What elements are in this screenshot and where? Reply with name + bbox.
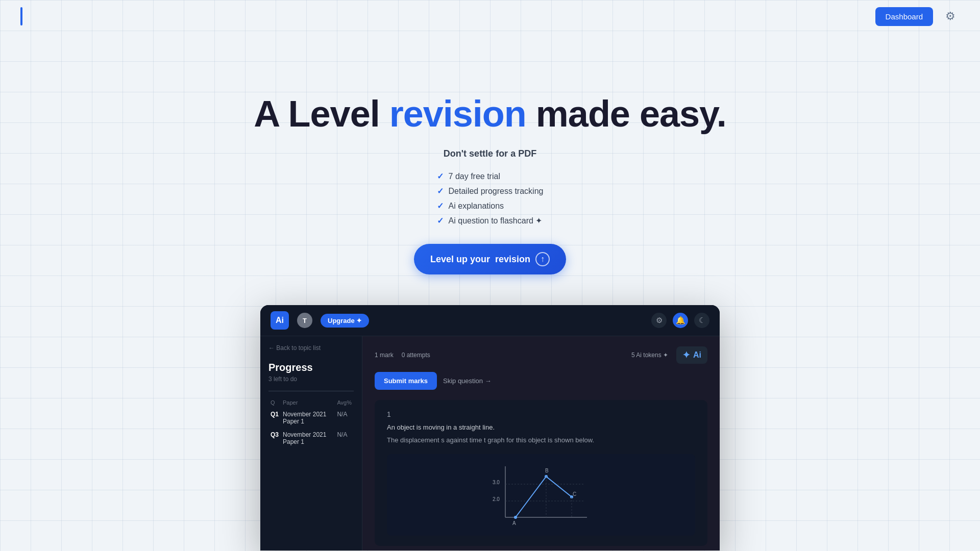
app-avatar: T (297, 313, 312, 328)
action-row: Submit marks Skip question → (375, 372, 707, 390)
progress-title: Progress (268, 362, 354, 373)
feature-item-1: ✓ 7 day free trial (437, 171, 500, 181)
app-main: 1 mark 0 attempts 5 Ai tokens ✦ ✦ Ai Sub… (362, 336, 720, 550)
graph-area: 3.0 2.0 A B (387, 454, 695, 536)
cta-text-prefix: Level up your (430, 254, 490, 265)
feature-item-4: ✓ Ai question to flashcard ✦ (437, 216, 543, 226)
col-header-q: Q (268, 397, 281, 408)
row1-q: Q1 (268, 408, 281, 428)
feature-item-2: ✓ Detailed progress tracking (437, 186, 544, 196)
app-theme-icon[interactable]: ☾ (694, 313, 709, 328)
table-row: Q1 November 2021 Paper 1 N/A (268, 408, 354, 428)
svg-point-6 (514, 516, 517, 519)
cta-text-bold: revision (495, 254, 530, 265)
submit-marks-button[interactable]: Submit marks (375, 372, 437, 390)
svg-text:C: C (573, 491, 576, 497)
app-topbar-left: Ai T Upgrade ✦ (271, 311, 369, 330)
hero-title-prefix: A Level (254, 93, 389, 134)
hero-subtitle: Don't settle for a PDF (444, 148, 536, 159)
settings-icon-button[interactable]: ⚙ (941, 7, 960, 26)
attempts-text: 0 attempts (402, 352, 430, 359)
upgrade-badge[interactable]: Upgrade ✦ (321, 314, 369, 328)
row2-q: Q3 (268, 428, 281, 448)
hero-title-highlight: revision (389, 93, 526, 134)
sparkle-icon: ✦ (682, 349, 690, 361)
settings-icon: ⚙ (945, 10, 955, 23)
ai-badge[interactable]: ✦ Ai (676, 346, 707, 364)
logo (20, 7, 22, 26)
row2-paper: November 2021 Paper 1 (281, 428, 335, 448)
hero-title-suffix: made easy. (526, 93, 726, 134)
svg-text:2.0: 2.0 (493, 496, 500, 502)
check-icon-2: ✓ (437, 186, 444, 196)
app-body: ← Back to topic list Progress 3 left to … (260, 336, 720, 550)
feature-text-3: Ai explanations (449, 202, 504, 211)
question-body: 1 An object is moving in a straight line… (375, 400, 707, 546)
ai-tokens: 5 Ai tokens ✦ (631, 352, 668, 359)
hero-title: A Level revision made easy. (254, 94, 726, 134)
cta-arrow-icon: ↑ (535, 252, 550, 266)
check-icon-3: ✓ (437, 201, 444, 211)
progress-table: Q Paper Avg% Q1 November 2021 Paper 1 N/… (268, 397, 354, 448)
app-topbar-right: ⚙ 🔔 ☾ (651, 313, 709, 328)
navbar-right: Dashboard ⚙ (875, 7, 960, 26)
logo-bar (20, 7, 22, 26)
question-text: An object is moving in a straight line. (387, 422, 695, 433)
skip-question-button[interactable]: Skip question → (443, 377, 492, 385)
feature-item-3: ✓ Ai explanations (437, 201, 504, 211)
displacement-graph: 3.0 2.0 A B (490, 461, 592, 528)
table-row: Q3 November 2021 Paper 1 N/A (268, 428, 354, 448)
check-icon-1: ✓ (437, 171, 444, 181)
row1-avg: N/A (335, 408, 354, 428)
feature-text-2: Detailed progress tracking (449, 187, 544, 196)
progress-subtitle: 3 left to do (268, 375, 354, 383)
svg-text:A: A (512, 520, 516, 526)
app-sidebar: ← Back to topic list Progress 3 left to … (260, 336, 362, 550)
back-link[interactable]: ← Back to topic list (268, 344, 354, 352)
svg-text:B: B (545, 468, 549, 473)
question-header: 1 mark 0 attempts 5 Ai tokens ✦ ✦ Ai (375, 346, 707, 364)
features-list: ✓ 7 day free trial ✓ Detailed progress t… (437, 171, 544, 226)
question-meta: 1 mark 0 attempts (375, 352, 430, 359)
progress-divider (268, 391, 354, 391)
app-logo: Ai (271, 311, 289, 330)
col-header-paper: Paper (281, 397, 335, 408)
feature-text-4: Ai question to flashcard ✦ (449, 216, 543, 226)
dashboard-button[interactable]: Dashboard (875, 7, 933, 26)
question-subtext: The displacement s against time t graph … (387, 435, 695, 446)
app-settings-icon[interactable]: ⚙ (651, 313, 667, 328)
navbar: Dashboard ⚙ (0, 0, 980, 33)
app-preview: Ai T Upgrade ✦ ⚙ 🔔 ☾ ← Back to topic lis… (260, 305, 720, 550)
col-header-avg: Avg% (335, 397, 354, 408)
question-number: 1 (387, 410, 695, 418)
hero-section: A Level revision made easy. Don't settle… (0, 33, 980, 305)
cta-button[interactable]: Level up your revision ↑ (414, 244, 566, 274)
svg-text:3.0: 3.0 (493, 480, 500, 485)
row1-paper: November 2021 Paper 1 (281, 408, 335, 428)
app-topbar: Ai T Upgrade ✦ ⚙ 🔔 ☾ (260, 305, 720, 336)
marks-text: 1 mark (375, 352, 394, 359)
feature-text-1: 7 day free trial (449, 172, 500, 181)
check-icon-4: ✓ (437, 216, 444, 226)
app-notification-icon[interactable]: 🔔 (673, 313, 688, 328)
row2-avg: N/A (335, 428, 354, 448)
